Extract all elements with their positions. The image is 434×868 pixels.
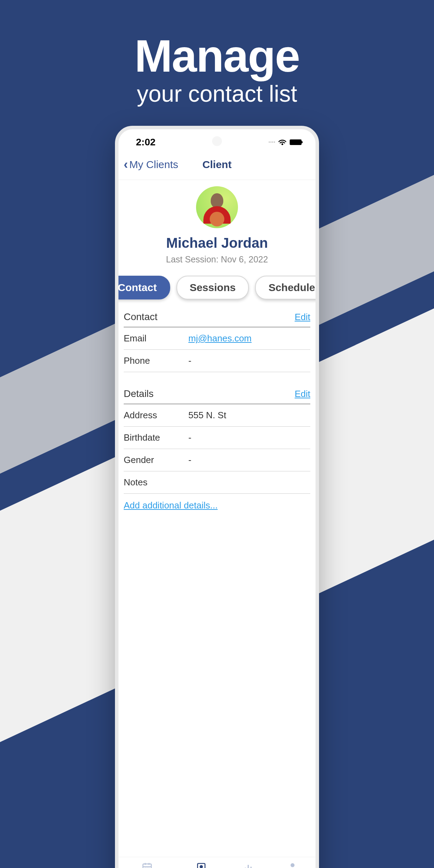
details-section-header: Details Edit — [124, 383, 310, 404]
calendar-icon — [141, 861, 153, 868]
details-section-title: Details — [124, 388, 154, 399]
address-label: Address — [124, 410, 188, 421]
page-title: Client — [202, 159, 231, 171]
birthdate-label: Birthdate — [124, 432, 188, 443]
phone-value: - — [188, 355, 191, 366]
phone-label: Phone — [124, 355, 188, 366]
chevron-left-icon: ‹ — [124, 157, 128, 172]
address-value: 555 N. St — [188, 410, 226, 421]
contacts-icon — [195, 861, 208, 868]
phone-camera-notch — [212, 136, 222, 146]
tab-sessions[interactable]: Sessions — [176, 276, 249, 299]
more-icon — [287, 861, 300, 868]
contact-section-header: Contact Edit — [124, 306, 310, 327]
last-session-text: Last Session: Nov 6, 2022 — [118, 254, 316, 265]
promo-title: Manage — [0, 30, 434, 82]
birthdate-value: - — [188, 432, 191, 443]
promo-subtitle: your contact list — [0, 80, 434, 107]
gender-row: Gender - — [124, 449, 310, 471]
birthdate-row: Birthdate - — [124, 427, 310, 449]
nav-more[interactable]: More — [285, 861, 302, 868]
tabs-row: Contact Sessions Schedule Setting — [115, 276, 316, 299]
phone-frame: 2:02 ‹ My Clients Client Michae — [115, 126, 319, 868]
gender-value: - — [188, 455, 191, 465]
status-icons — [269, 139, 302, 145]
back-label: My Clients — [129, 159, 178, 171]
gender-label: Gender — [124, 455, 188, 465]
avatar[interactable] — [196, 186, 238, 228]
avatar-image — [203, 193, 231, 228]
status-time: 2:02 — [136, 137, 155, 148]
stats-icon — [243, 861, 255, 868]
tab-contact[interactable]: Contact — [115, 276, 170, 299]
battery-icon — [290, 139, 302, 145]
contact-section-title: Contact — [124, 311, 158, 323]
wifi-icon — [279, 139, 286, 145]
notes-label: Notes — [124, 477, 188, 488]
email-row: Email mj@hanes.com — [124, 327, 310, 350]
navigation-bar: ‹ My Clients Client — [118, 149, 316, 180]
details-edit-link[interactable]: Edit — [295, 389, 310, 399]
nav-calendar[interactable]: Calendar — [132, 861, 162, 868]
content-area: Contact Edit Email mj@hanes.com Phone - … — [118, 299, 316, 517]
notes-row: Notes — [124, 471, 310, 494]
nav-stats[interactable]: Stats — [240, 861, 258, 868]
bottom-nav: Calendar Clients Stats — [118, 857, 316, 868]
back-button[interactable]: ‹ My Clients — [124, 157, 178, 172]
client-name: Michael Jordan — [118, 235, 316, 251]
profile-section: Michael Jordan Last Session: Nov 6, 2022 — [118, 180, 316, 265]
svg-rect-0 — [143, 864, 151, 868]
add-additional-details-link[interactable]: Add additional details... — [124, 494, 310, 517]
nav-clients[interactable]: Clients — [190, 861, 213, 868]
phone-row: Phone - — [124, 350, 310, 372]
address-row: Address 555 N. St — [124, 404, 310, 427]
cellular-icon — [269, 142, 275, 143]
svg-point-11 — [200, 866, 203, 868]
email-value[interactable]: mj@hanes.com — [188, 333, 252, 344]
tab-schedule[interactable]: Schedule — [255, 276, 319, 299]
email-label: Email — [124, 333, 188, 344]
contact-edit-link[interactable]: Edit — [295, 312, 310, 323]
promo-header: Manage your contact list — [0, 30, 434, 107]
svg-point-16 — [290, 863, 294, 867]
